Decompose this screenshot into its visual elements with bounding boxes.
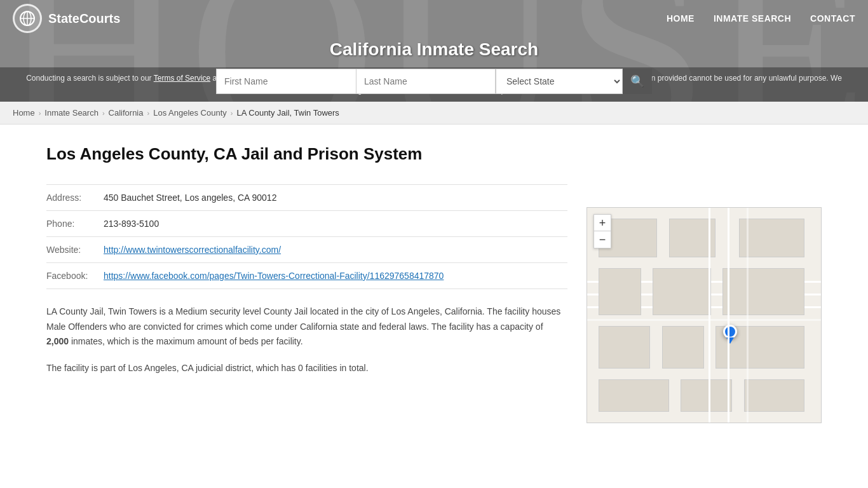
- website-label: Website:: [46, 236, 104, 262]
- breadcrumb-sep-1: ›: [39, 109, 41, 117]
- map-zoom-out[interactable]: −: [594, 231, 611, 248]
- address-row: Address: 450 Bauchet Street, Los angeles…: [46, 184, 567, 210]
- facebook-row: Facebook: https://www.facebook.com/pages…: [46, 262, 567, 288]
- website-value: http://www.twintowerscorrectionalfacilit…: [104, 236, 567, 262]
- facility-description-1: LA County Jail, Twin Towers is a Medium …: [46, 304, 567, 349]
- map-pin-circle: [723, 325, 737, 339]
- phone-label: Phone:: [46, 210, 104, 236]
- breadcrumb-sep-3: ›: [147, 109, 150, 117]
- map-pin-tail: [726, 337, 734, 344]
- breadcrumb-current: LA County Jail, Twin Towers: [236, 108, 339, 118]
- map-block: [744, 379, 805, 412]
- map-block: [599, 268, 641, 315]
- website-row: Website: http://www.twintowerscorrection…: [46, 236, 567, 262]
- map-background: + −: [587, 208, 821, 423]
- logo-area: StateCourts: [13, 4, 120, 33]
- map-block: [739, 219, 804, 257]
- map-blocks: [587, 208, 821, 423]
- navigation: StateCourts HOME INMATE SEARCH CONTACT: [0, 0, 868, 37]
- address-label: Address:: [46, 184, 104, 210]
- breadcrumb-sep-4: ›: [231, 109, 233, 117]
- last-name-input[interactable]: [356, 69, 496, 94]
- breadcrumb-state[interactable]: California: [109, 108, 144, 118]
- site-header: StateCourts HOME INMATE SEARCH CONTACT C…: [0, 0, 868, 102]
- nav-inmate-search[interactable]: INMATE SEARCH: [714, 13, 791, 24]
- map-zoom-in[interactable]: +: [594, 215, 611, 231]
- map-block: [669, 219, 716, 257]
- phone-row: Phone: 213-893-5100: [46, 210, 567, 236]
- map-block: [662, 326, 704, 369]
- facility-heading: Los Angeles County, CA Jail and Prison S…: [46, 144, 567, 165]
- state-select[interactable]: Select State California Texas New York F…: [496, 69, 623, 94]
- facility-description-2: The facility is part of Los Angeles, CA …: [46, 361, 567, 376]
- page-title: California Inmate Search: [330, 39, 538, 60]
- search-icon: 🔍: [630, 74, 644, 88]
- website-link[interactable]: http://www.twintowerscorrectionalfacilit…: [104, 245, 281, 255]
- logo-icon: [13, 4, 42, 33]
- nav-links: HOME INMATE SEARCH CONTACT: [667, 13, 855, 24]
- map-controls: + −: [593, 214, 611, 248]
- content-area: Los Angeles County, CA Jail and Prison S…: [46, 144, 567, 423]
- map-container: + −: [587, 207, 822, 423]
- breadcrumb-home[interactable]: Home: [13, 108, 35, 118]
- map-block: [599, 326, 650, 369]
- map-block: [722, 268, 804, 315]
- address-value: 450 Bauchet Street, Los angeles, CA 9001…: [104, 184, 567, 210]
- map-block: [599, 379, 668, 412]
- page-title-area: California Inmate Search: [330, 39, 538, 60]
- facebook-label: Facebook:: [46, 262, 104, 288]
- breadcrumb-inmate-search[interactable]: Inmate Search: [44, 108, 98, 118]
- facebook-value: https://www.facebook.com/pages/Twin-Towe…: [104, 262, 567, 288]
- nav-home[interactable]: HOME: [667, 13, 695, 24]
- breadcrumb-sep-2: ›: [102, 109, 105, 117]
- breadcrumb-county[interactable]: Los Angeles County: [153, 108, 227, 118]
- nav-contact[interactable]: CONTACT: [810, 13, 855, 24]
- facebook-link[interactable]: https://www.facebook.com/pages/Twin-Towe…: [104, 271, 444, 281]
- map-block: [715, 326, 804, 369]
- phone-value: 213-893-5100: [104, 210, 567, 236]
- breadcrumb: Home › Inmate Search › California › Los …: [0, 102, 868, 125]
- map-block: [653, 268, 711, 315]
- search-button[interactable]: 🔍: [623, 69, 652, 94]
- main-container: Los Angeles County, CA Jail and Prison S…: [34, 125, 834, 442]
- capacity-value: 2,000: [46, 336, 69, 346]
- map-block: [681, 379, 732, 412]
- site-name: StateCourts: [48, 11, 120, 26]
- map-pin[interactable]: [721, 325, 739, 348]
- facility-info-table: Address: 450 Bauchet Street, Los angeles…: [46, 184, 567, 289]
- search-bar: Select State California Texas New York F…: [216, 69, 652, 94]
- first-name-input[interactable]: [216, 69, 356, 94]
